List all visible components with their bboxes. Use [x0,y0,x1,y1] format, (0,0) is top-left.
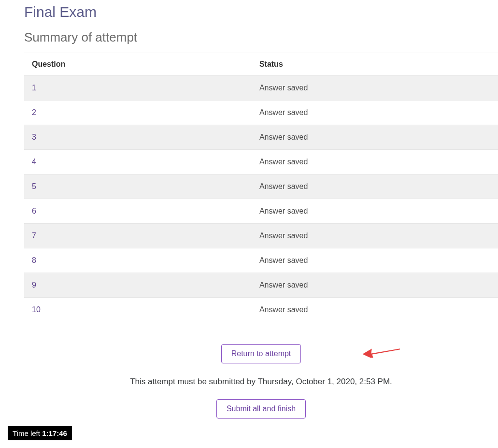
question-status: Answer saved [252,298,498,322]
question-status: Answer saved [252,125,498,150]
question-status: Answer saved [252,199,498,224]
question-number-link[interactable]: 1 [24,76,252,101]
time-left-label: Time left [13,429,42,437]
question-status: Answer saved [252,174,498,199]
time-left-value: 1:17:46 [42,429,67,437]
return-to-attempt-button[interactable]: Return to attempt [221,344,301,363]
question-status: Answer saved [252,273,498,298]
question-status: Answer saved [252,76,498,101]
question-number-link[interactable]: 3 [24,125,252,150]
time-left-badge: Time left 1:17:46 [8,426,72,437]
table-header-status: Status [252,53,498,76]
table-row: 8Answer saved [24,248,498,273]
question-status: Answer saved [252,101,498,125]
table-row: 1Answer saved [24,76,498,101]
annotation-arrow-icon [362,342,401,358]
table-row: 5Answer saved [24,174,498,199]
table-row: 6Answer saved [24,199,498,224]
table-header-question: Question [24,53,252,76]
question-number-link[interactable]: 9 [24,273,252,298]
attempt-summary-table: Question Status 1Answer saved2Answer sav… [24,53,498,322]
question-status: Answer saved [252,224,498,248]
table-row: 2Answer saved [24,101,498,125]
question-status: Answer saved [252,248,498,273]
page-title: Final Exam [24,4,498,20]
table-row: 7Answer saved [24,224,498,248]
table-row: 9Answer saved [24,273,498,298]
question-number-link[interactable]: 7 [24,224,252,248]
question-number-link[interactable]: 8 [24,248,252,273]
table-row: 3Answer saved [24,125,498,150]
section-subtitle: Summary of attempt [24,30,498,45]
table-row: 10Answer saved [24,298,498,322]
question-number-link[interactable]: 2 [24,101,252,125]
table-row: 4Answer saved [24,150,498,174]
question-number-link[interactable]: 10 [24,298,252,322]
submit-all-finish-button[interactable]: Submit all and finish [216,399,306,419]
deadline-text: This attempt must be submitted by Thursd… [24,377,498,387]
question-number-link[interactable]: 6 [24,199,252,224]
question-number-link[interactable]: 4 [24,150,252,174]
question-status: Answer saved [252,150,498,174]
question-number-link[interactable]: 5 [24,174,252,199]
